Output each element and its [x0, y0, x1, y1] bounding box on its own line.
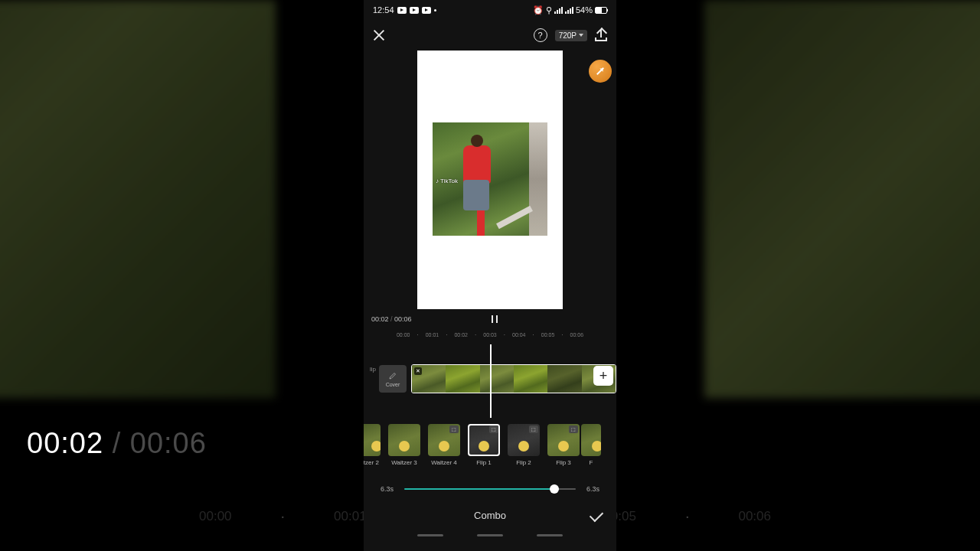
preview-canvas: ♪ TikTok — [417, 51, 563, 309]
pro-badge-icon: ⬚ — [489, 425, 498, 433]
slider-track[interactable] — [404, 488, 576, 490]
android-navbar[interactable] — [364, 531, 616, 539]
preview-clip: ♪ TikTok — [433, 122, 547, 236]
background-timecode: 00:02 / 00:06 — [27, 427, 207, 460]
slider-knob[interactable] — [550, 484, 559, 494]
timeline[interactable]: lip Cover ✕ + — [364, 344, 616, 418]
effect-label: F — [590, 459, 593, 466]
slider-max-label: 6.3s — [586, 485, 599, 493]
effect-label: Flip 3 — [556, 459, 571, 466]
effect-thumb: ⬚ — [428, 424, 460, 456]
effect-waltzer-3[interactable]: Waltzer 3 — [388, 424, 420, 466]
effect-label: Flip 1 — [476, 459, 492, 466]
effect-ltzer-2[interactable]: ltzer 2 — [364, 424, 381, 466]
effect-f[interactable]: F — [581, 424, 601, 466]
effect-flip-3[interactable]: ⬚Flip 3 — [547, 424, 580, 466]
pro-badge-icon: ⬚ — [569, 425, 578, 433]
pause-button[interactable] — [492, 315, 498, 323]
playback-time: 00:02 / 00:06 — [371, 315, 412, 323]
signal-icon — [565, 7, 573, 14]
pro-badge-icon: ⬚ — [449, 425, 459, 433]
effect-thumb: ⬚ — [508, 424, 540, 456]
mute-icon: ✕ — [414, 367, 422, 375]
wifi-icon: ⚲ — [546, 5, 552, 15]
chevron-down-icon — [579, 34, 583, 37]
help-button[interactable]: ? — [534, 28, 547, 42]
cover-label: Cover — [386, 382, 400, 387]
background-blur-right — [704, 0, 980, 398]
add-clip-button[interactable]: + — [593, 366, 613, 386]
export-button[interactable] — [595, 29, 607, 41]
background-blur-left — [0, 0, 276, 398]
close-button[interactable] — [373, 29, 385, 41]
cover-button[interactable]: Cover — [379, 365, 407, 393]
effects-row[interactable]: ltzer 2Waltzer 3⬚Waltzer 4⬚Flip 1⬚Flip 2… — [364, 418, 616, 479]
effect-label: Flip 2 — [516, 459, 531, 466]
phone-frame: 12:54 ⏰ ⚲ 54% ? 720P — [364, 0, 616, 551]
tiktok-watermark-icon: ♪ TikTok — [436, 178, 458, 184]
slider-min-label: 6.3s — [381, 485, 394, 493]
effect-thumb — [388, 424, 420, 456]
effect-label: ltzer 2 — [364, 459, 379, 466]
pro-badge-icon: ⬚ — [529, 425, 538, 433]
editor-topbar: ? 720P — [364, 20, 616, 51]
status-bar: 12:54 ⏰ ⚲ 54% — [364, 0, 616, 20]
effect-thumb — [581, 424, 601, 456]
close-icon — [373, 29, 385, 41]
more-notifications-icon — [434, 9, 436, 11]
battery-percent: 54% — [576, 5, 593, 15]
status-time: 12:54 — [373, 5, 394, 15]
playhead[interactable] — [490, 344, 492, 418]
clip-strip[interactable]: ✕ — [411, 364, 616, 393]
youtube-icon — [410, 7, 419, 14]
youtube-icon — [397, 7, 407, 14]
effect-label: Waltzer 4 — [431, 459, 457, 466]
edit-fab[interactable] — [589, 60, 612, 83]
effect-waltzer-4[interactable]: ⬚Waltzer 4 — [428, 424, 460, 466]
effect-flip-1[interactable]: ⬚Flip 1 — [468, 424, 500, 466]
alarm-icon: ⏰ — [533, 5, 544, 15]
preview-area[interactable]: ♪ TikTok — [364, 51, 616, 309]
play-bar: 00:02 / 00:06 — [364, 309, 616, 329]
confirm-button[interactable] — [590, 508, 603, 522]
panel-title: Combo — [474, 510, 506, 521]
youtube-icon — [422, 7, 431, 14]
panel-footer: Combo — [364, 499, 616, 531]
time-ruler[interactable]: 00:00· 00:01· 00:02· 00:03· 00:04· 00:05… — [364, 329, 616, 340]
battery-icon — [595, 7, 607, 14]
effect-label: Waltzer 3 — [391, 459, 417, 466]
quality-selector[interactable]: 720P — [555, 30, 587, 41]
upload-icon — [600, 29, 602, 37]
effect-thumb: ⬚ — [468, 424, 500, 456]
quality-label: 720P — [559, 31, 577, 40]
signal-icon — [554, 7, 563, 14]
pencil-icon — [596, 67, 604, 75]
edit-icon — [388, 371, 397, 380]
effect-thumb: ⬚ — [547, 424, 580, 456]
duration-slider: 6.3s 6.3s — [364, 479, 616, 499]
effect-thumb — [364, 424, 381, 456]
effect-flip-2[interactable]: ⬚Flip 2 — [508, 424, 540, 466]
